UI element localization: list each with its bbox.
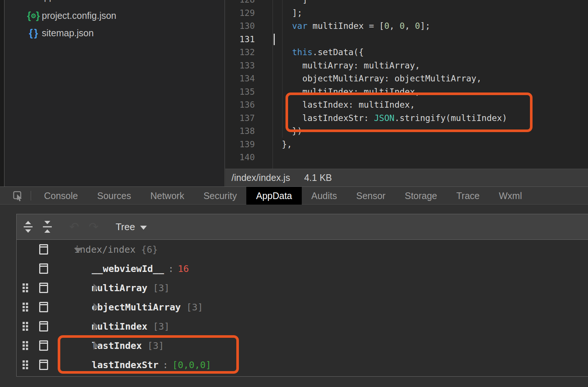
line-number: 128	[225, 0, 255, 7]
tab-wxml[interactable]: Wxml	[489, 187, 531, 205]
property-summary: [3]	[153, 321, 170, 332]
tab-trace[interactable]: Trace	[447, 187, 489, 205]
tree-row-objectMultiArray[interactable]: objectMultiArray[3]	[17, 297, 588, 317]
line-number: 131	[225, 33, 255, 46]
tab-console[interactable]: Console	[34, 187, 88, 205]
redo-button[interactable]: ↷	[89, 220, 99, 234]
view-mode-dropdown[interactable]: Tree	[116, 221, 147, 233]
code-text	[255, 152, 282, 162]
appdata-panel-region: ↶ ↷ Tree index/index{6}__webviewId__:16m…	[0, 205, 588, 387]
line-number: 135	[225, 85, 255, 99]
undo-button[interactable]: ↶	[69, 220, 79, 234]
drag-handle-icon[interactable]	[23, 360, 28, 369]
code-line[interactable]: 132 this.setData({	[225, 46, 588, 59]
code-line[interactable]: 131	[225, 33, 588, 46]
inspect-cursor-icon	[12, 190, 23, 201]
tab-storage[interactable]: Storage	[395, 187, 447, 205]
file-name: app.wxss	[39, 0, 77, 2]
property-name: objectMultiArray	[92, 302, 181, 313]
expand-all-button[interactable]	[23, 221, 33, 233]
code-editor[interactable]: 128 ]129 ];130 var multiIndex = [0, 0, 0…	[225, 0, 588, 169]
line-number: 133	[225, 59, 255, 73]
tabs-container: ConsoleSourcesNetworkSecurityAppDataAudi…	[34, 187, 531, 204]
inspect-element-button[interactable]	[12, 190, 23, 201]
line-number: 129	[225, 7, 255, 20]
code-line[interactable]: 128 ]	[225, 0, 588, 7]
code-text: ];	[255, 8, 302, 18]
tree-row-index/index[interactable]: index/index{6}	[17, 240, 588, 259]
tab-appdata[interactable]: AppData	[246, 187, 301, 205]
line-number: 132	[225, 46, 255, 59]
page-icon	[39, 302, 48, 312]
drag-handle-icon[interactable]	[23, 303, 28, 312]
code-line[interactable]: 136 lastIndex: multiIndex,	[225, 98, 588, 112]
tree-row-lastIndexStr[interactable]: lastIndexStr:[0,0,0]	[17, 355, 588, 374]
editor-status-bar: /index/index.js 4.1 KB	[225, 169, 588, 186]
tree-row-multiArray[interactable]: multiArray[3]	[17, 278, 588, 297]
separator-colon: :	[163, 360, 168, 370]
expand-arrow-icon[interactable]	[94, 341, 98, 350]
view-mode-label: Tree	[116, 221, 135, 233]
code-line[interactable]: 133 multiArray: multiArray,	[225, 59, 588, 73]
file-item-app-wxss[interactable]: app.wxss	[5, 0, 224, 6]
code-lines[interactable]: 128 ]129 ];130 var multiIndex = [0, 0, 0…	[225, 0, 588, 164]
code-line[interactable]: 138 })	[225, 125, 588, 138]
code-line[interactable]: 139},	[225, 138, 588, 151]
property-summary: [3]	[186, 302, 203, 313]
tree-row-webviewId[interactable]: __webviewId__:16	[17, 259, 588, 278]
appdata-tree-panel: ↶ ↷ Tree index/index{6}__webviewId__:16m…	[16, 214, 588, 377]
line-number: 139	[225, 138, 255, 151]
expand-arrow-icon[interactable]	[94, 284, 98, 292]
appdata-toolbar: ↶ ↷ Tree	[17, 214, 588, 240]
expand-arrow-icon[interactable]	[94, 322, 98, 330]
code-line[interactable]: 135 multiIndex: multiIndex,	[225, 85, 588, 99]
drag-handle-icon[interactable]	[23, 283, 28, 292]
tree-row-lastIndex[interactable]: lastIndex[3]	[17, 336, 588, 355]
appdata-tree-content: index/index{6}__webviewId__:16multiArray…	[17, 240, 588, 377]
property-name: multiArray	[92, 283, 148, 293]
code-text: },	[255, 139, 292, 149]
code-line[interactable]: 140	[225, 151, 588, 164]
file-item-project-config-json[interactable]: {⚙} project.config.json	[5, 7, 224, 24]
tab-network[interactable]: Network	[141, 187, 194, 205]
open-file-path: /index/index.js	[232, 172, 290, 183]
debugger-tab-bar: ConsoleSourcesNetworkSecurityAppDataAudi…	[0, 186, 588, 205]
tree-row-multiIndex[interactable]: multiIndex[3]	[17, 317, 588, 336]
text-cursor	[274, 34, 275, 45]
tab-audits[interactable]: Audits	[302, 187, 347, 205]
code-line[interactable]: 129 ];	[225, 7, 588, 20]
line-number: 140	[225, 151, 255, 164]
property-summary: {6}	[141, 244, 158, 255]
tab-sensor[interactable]: Sensor	[347, 187, 395, 205]
code-text: lastIndexStr: JSON.stringify(multiIndex)	[255, 113, 507, 123]
property-name: __webviewId__	[92, 263, 164, 274]
line-number: 130	[225, 20, 255, 33]
code-text	[255, 34, 282, 44]
redo-icon: ↷	[89, 220, 99, 234]
file-name: project.config.json	[42, 10, 116, 21]
property-value: 16	[178, 263, 189, 274]
tab-security[interactable]: Security	[194, 187, 246, 205]
expand-arrow-icon[interactable]	[94, 303, 98, 311]
file-item-sitemap-json[interactable]: { } sitemap.json	[5, 24, 224, 42]
property-name: index/index	[74, 244, 136, 255]
code-text: this.setData({	[255, 47, 364, 57]
page-icon	[39, 321, 48, 332]
code-line[interactable]: 130 var multiIndex = [0, 0, 0];	[225, 20, 588, 33]
collapse-arrow-icon[interactable]	[74, 248, 82, 253]
line-number: 134	[225, 72, 255, 85]
code-line[interactable]: 137 lastIndexStr: JSON.stringify(multiIn…	[225, 112, 588, 125]
drag-handle-icon[interactable]	[23, 322, 28, 331]
code-text: objectMultiArray: objectMultiArray,	[255, 74, 481, 83]
page-icon	[39, 283, 48, 293]
code-text: multiIndex: multiIndex,	[255, 87, 420, 97]
chevron-down-icon	[140, 226, 147, 230]
code-line[interactable]: 134 objectMultiArray: objectMultiArray,	[225, 72, 588, 85]
drag-handle-icon[interactable]	[23, 341, 28, 350]
json-file-icon: { }	[25, 27, 42, 39]
line-number: 138	[225, 125, 255, 138]
code-text: multiArray: multiArray,	[255, 61, 420, 70]
collapse-all-button[interactable]	[43, 221, 52, 233]
tab-sources[interactable]: Sources	[88, 187, 141, 205]
code-text: lastIndex: multiIndex,	[255, 100, 415, 110]
